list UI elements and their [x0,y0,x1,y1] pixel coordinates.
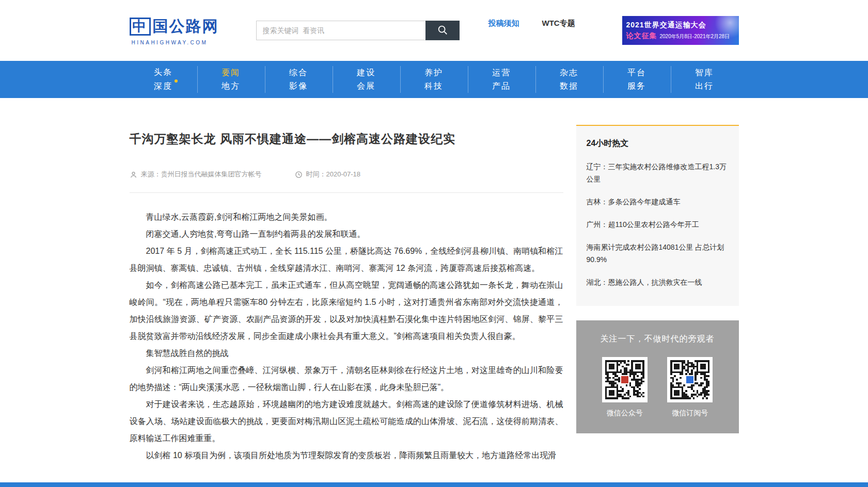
nav-item-pingtai-fuwu[interactable]: 平台 服务 [603,61,671,98]
search-icon [437,24,448,37]
nav-item-zonghe-yingxiang[interactable]: 综合 影像 [265,61,333,98]
nav-link-yingxiang[interactable]: 影像 [289,82,308,90]
article-paragraph: 如今，剑榕高速公路已基本完工，虽未正式通车，但从高空眺望，宽阔通畅的高速公路犹如… [130,277,563,345]
nav-link-toutiao[interactable]: 头条 [154,68,172,76]
nav-link-yunying[interactable]: 运营 [492,69,511,77]
hot-article-link[interactable]: 辽宁：三年实施农村公路维修改造工程1.3万公里 [587,160,729,185]
qr-label: 微信订阅号 [665,409,715,418]
nav-link-zonghe[interactable]: 综合 [289,69,308,77]
wechat-subscription-account[interactable]: 微信订阅号 [665,357,715,418]
logo-rest: 国公路网 [153,16,219,37]
nav-link-zhiku[interactable]: 智库 [695,69,714,77]
follow-box: 关注一下，不做时代的旁观者 微信公众号 微信订阅号 [576,320,739,433]
wechat-official-account[interactable]: 微信公众号 [600,357,650,418]
hot-articles-box: 24小时热文 辽宁：三年实施农村公路维修改造工程1.3万公里 吉林：多条公路今年… [576,125,739,306]
article-time-text: 时间：2020-07-18 [306,170,361,179]
nav-item-zhiku-chuxing[interactable]: 智库 出行 [671,61,738,98]
site-logo[interactable]: 中 国公路网 HINAHIGHWAY.COM [130,16,219,45]
article-paragraph: 集智慧战胜自然的挑战 [130,345,563,362]
hot-articles-title: 24小时热文 [587,138,729,149]
qr-label: 微信公众号 [600,409,650,418]
article-source-text: 来源：贵州日报当代融媒体集团官方帐号 [141,170,262,179]
site-header: 中 国公路网 HINAHIGHWAY.COM 投稿须知 WTC专题 2021世界… [0,0,868,61]
banner-title: 2021世界交通运输大会 [626,21,735,30]
nav-link-yanghu[interactable]: 养护 [424,69,443,77]
article-paragraph: 对于建设者来说，生态越原始，环境越幽闭的地方建设难度就越大。剑榕高速的建设除了便… [130,396,563,447]
main-nav: 头条 深度 要闻 地方 综合 影像 建设 会展 养护 科技 运营 产品 杂志 数… [0,61,868,98]
divider [130,192,563,193]
qr-center-logo [620,375,629,384]
wtc-topic-link[interactable]: WTC专题 [542,19,575,28]
nav-item-yunying-chanpin[interactable]: 运营 产品 [468,61,535,98]
hot-article-link[interactable]: 湖北：恩施公路人，抗洪救灾在一线 [587,276,729,288]
article-body: 青山绿水,云蒸霞蔚,剑河和榕江两地之间美景如画。 闭塞交通,人穷地贫,弯弯山路一… [130,208,563,464]
header-links: 投稿须知 WTC专题 [488,19,575,28]
qr-center-logo [685,375,695,384]
nav-item-toutiao-shendu[interactable]: 头条 深度 [130,61,197,98]
logo-subtitle: HINAHIGHWAY.COM [130,40,219,45]
article-source: 来源：贵州日报当代融媒体集团官方帐号 [130,170,262,179]
qr-code-icon [602,357,648,402]
nav-link-fuwu[interactable]: 服务 [627,82,646,90]
hot-article-link[interactable]: 广州：超110公里农村公路今年开工 [587,218,729,231]
article-paragraph: 2017 年 5 月，剑榕高速正式动工，全长 115.115 公里，桥隧比高达 … [130,242,563,277]
article-paragraph: 以剑榕 10 标项目为例，该项目所处地质为节理裂隙发育的变质板岩，降雨频繁且雨量… [130,447,563,464]
nav-link-zazhi[interactable]: 杂志 [560,69,578,77]
clock-icon [295,171,303,178]
site-search [256,21,460,40]
nav-item-yaowen-difang[interactable]: 要闻 地方 [197,61,265,98]
nav-link-chanpin[interactable]: 产品 [492,82,511,90]
search-button[interactable] [425,21,460,40]
nav-link-pingtai[interactable]: 平台 [627,69,646,77]
nav-link-yaowen-active[interactable]: 要闻 [222,69,240,77]
nav-link-chuxing[interactable]: 出行 [695,82,714,90]
nav-link-huizhan[interactable]: 会展 [357,82,375,90]
hot-article-link[interactable]: 吉林：多条公路今年建成通车 [587,196,729,208]
banner-cta: 论文征集 [626,31,657,41]
conference-banner[interactable]: 2021世界交通运输大会 论文征集 2020年5月8日-2021年2月28日 [622,16,739,45]
article-time: 时间：2020-07-18 [295,170,361,179]
article-paragraph: 闭塞交通,人穷地贫,弯弯山路一直制约着两县的发展和联通。 [130,225,563,242]
user-icon [130,171,137,178]
article-meta: 来源：贵州日报当代融媒体集团官方帐号 时间：2020-07-18 [130,170,563,179]
nav-item-zazhi-shuju[interactable]: 杂志 数据 [535,61,603,98]
banner-date: 2020年5月8日-2021年2月28日 [660,33,730,40]
nav-link-jianshe[interactable]: 建设 [357,69,375,77]
nav-item-jianshe-huizhan[interactable]: 建设 会展 [333,61,400,98]
nav-link-shendu[interactable]: 深度 [154,82,172,90]
search-input[interactable] [256,21,425,40]
footer-top-strip [0,482,868,487]
nav-item-yanghu-keji[interactable]: 养护 科技 [400,61,468,98]
article-title: 千沟万壑架长龙 风雨不惧建通途——剑榕高速公路建设纪实 [130,131,563,147]
logo-mark: 中 [130,18,151,36]
qr-code-icon [667,357,713,402]
follow-title: 关注一下，不做时代的旁观者 [585,334,731,345]
article-paragraph: 剑河和榕江两地之间重峦叠嶂、江河纵横、景象万千，清朝名臣林则徐在行经这片土地，对… [130,362,563,396]
hot-article-link[interactable]: 海南累计完成农村公路14081公里 占总计划90.9% [587,241,729,266]
article-paragraph: 青山绿水,云蒸霞蔚,剑河和榕江两地之间美景如画。 [130,208,563,225]
nav-link-keji[interactable]: 科技 [424,82,443,90]
nav-new-dot [175,79,178,83]
article: 千沟万壑架长龙 风雨不惧建通途——剑榕高速公路建设纪实 来源：贵州日报当代融媒体… [130,125,563,464]
site-logo-text: 中 国公路网 [130,16,219,37]
nav-link-difang[interactable]: 地方 [222,82,240,90]
sidebar: 24小时热文 辽宁：三年实施农村公路维修改造工程1.3万公里 吉林：多条公路今年… [576,125,739,433]
nav-link-shuju[interactable]: 数据 [560,82,578,90]
submit-guidelines-link[interactable]: 投稿须知 [488,19,519,28]
